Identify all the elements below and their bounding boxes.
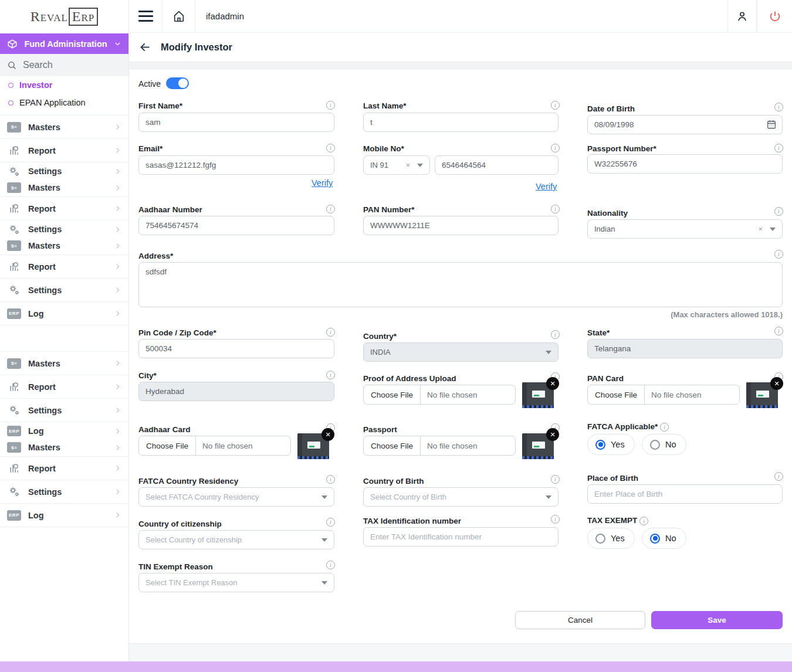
dropdown-arrow-icon (546, 351, 551, 354)
masters-icon: $= (7, 122, 21, 133)
remove-file-icon[interactable]: ✕ (546, 428, 559, 441)
tax-exempt-yes-radio[interactable]: Yes (587, 528, 635, 549)
radio-selected-icon (595, 440, 605, 450)
sidebar-search[interactable] (0, 54, 128, 76)
citizenship-select[interactable]: Select Country of citizenship (138, 530, 334, 549)
tax-exempt-label: TAX EXEMPT i (587, 516, 648, 525)
passport-file-input[interactable]: Choose File No file chosen (363, 436, 516, 456)
last-name-input[interactable] (363, 113, 559, 132)
nationality-select[interactable]: Indian × (587, 219, 783, 239)
report-icon (7, 381, 21, 392)
sidebar-item-report[interactable]: Report (0, 255, 128, 279)
aadhaar-number-input[interactable] (138, 216, 334, 235)
clear-icon[interactable]: × (405, 161, 410, 169)
radio-unselected-icon (595, 534, 605, 544)
first-name-input[interactable] (138, 113, 334, 132)
active-label: Active (138, 79, 161, 89)
email-input[interactable] (138, 155, 334, 175)
footer-strip (129, 643, 792, 661)
module-selector[interactable]: Fund Administration (0, 33, 128, 54)
last-name-label: Last Name* (363, 101, 407, 110)
sidebar-item-masters[interactable]: $= Masters (0, 238, 128, 253)
fatca-yes-radio[interactable]: Yes (587, 434, 635, 455)
address-max-chars-hint: (Max characters allowed 1018.) (671, 310, 783, 319)
mobile-country-select[interactable]: IN 91 × (363, 155, 430, 175)
sidebar-item-investor[interactable]: Investor (0, 76, 128, 94)
sidebar-item-log[interactable]: ERP Log (0, 302, 128, 325)
sidebar-item-settings[interactable]: Settings (0, 480, 128, 504)
pincode-input[interactable] (138, 339, 334, 358)
save-button[interactable]: Save (651, 611, 783, 629)
country-select[interactable]: INDIA (363, 342, 559, 362)
menu-toggle-button[interactable] (129, 0, 163, 32)
country-label: Country* (363, 332, 397, 341)
aadhaar-card-thumbnail[interactable]: ✕ (297, 433, 329, 459)
country-of-birth-select[interactable]: Select Country of Birth (363, 487, 559, 507)
report-icon (7, 463, 21, 474)
email-verify-link[interactable]: Verify (312, 178, 333, 188)
profile-button[interactable] (727, 0, 757, 32)
fatca-country-select[interactable]: Select FATCA Country Residency (138, 487, 334, 507)
pan-number-input[interactable] (363, 216, 559, 235)
module-name: Fund Administration (23, 39, 108, 49)
sidebar-item-masters[interactable]: $= Masters (0, 180, 128, 195)
sidebar-item-epan-application[interactable]: EPAN Application (0, 94, 128, 111)
proof-of-address-thumbnail[interactable]: ✕ (522, 382, 554, 408)
tax-id-input[interactable] (363, 527, 559, 547)
pan-card-thumbnail[interactable]: ✕ (746, 382, 778, 408)
sidebar-item-log[interactable]: ERP Log (0, 504, 128, 527)
mobile-number-input[interactable] (435, 155, 559, 175)
sidebar-item-report[interactable]: Report (0, 375, 128, 399)
sidebar-item-settings[interactable]: Settings (0, 222, 128, 237)
sidebar-item-settings[interactable]: Settings (0, 399, 128, 422)
back-button[interactable] (139, 41, 151, 53)
mobile-verify-link[interactable]: Verify (536, 182, 557, 191)
sidebar-item-masters[interactable]: $= Masters (0, 440, 128, 455)
page-title: Modify Investor (161, 42, 232, 53)
cancel-button[interactable]: Cancel (515, 611, 645, 629)
sidebar-item-report[interactable]: Report (0, 457, 128, 480)
dob-input[interactable] (587, 115, 783, 134)
sidebar-item-report[interactable]: Report (0, 139, 128, 162)
place-of-birth-input[interactable] (587, 484, 783, 504)
sidebar-menu-group-2: $= Masters Report Settings ERP Log (0, 351, 128, 527)
state-label: State* (587, 328, 610, 337)
proof-of-address-file-input[interactable]: Choose File No file chosen (363, 385, 516, 405)
sidebar-item-masters[interactable]: $= Masters (0, 352, 128, 375)
passport-thumbnail[interactable]: ✕ (522, 433, 554, 459)
chevron-right-icon (114, 286, 121, 294)
sidebar-item-settings[interactable]: Settings (0, 279, 128, 302)
address-textarea[interactable]: sdfsdf (138, 262, 783, 307)
tin-exempt-reason-select[interactable]: Select TIN Exempt Reason (138, 573, 334, 592)
aadhaar-card-file-input[interactable]: Choose File No file chosen (138, 436, 291, 456)
sidebar-item-masters[interactable]: $= Masters (0, 116, 128, 139)
info-icon: i (326, 371, 335, 379)
calendar-icon[interactable] (766, 119, 777, 132)
remove-file-icon[interactable]: ✕ (770, 377, 783, 390)
masters-icon: $= (7, 182, 21, 193)
sidebar-item-settings[interactable]: Settings (0, 164, 128, 179)
remove-file-icon[interactable]: ✕ (546, 377, 559, 390)
clear-icon[interactable]: × (758, 225, 763, 233)
remove-file-icon[interactable]: ✕ (321, 428, 334, 441)
search-input[interactable] (23, 60, 111, 70)
info-icon: i (551, 144, 560, 152)
info-icon: i (551, 330, 560, 339)
state-input (587, 339, 783, 358)
pan-card-file-input[interactable]: Choose File No file chosen (587, 385, 740, 405)
fatca-no-radio[interactable]: No (642, 434, 686, 455)
info-icon: i (774, 207, 783, 216)
info-icon: i (551, 205, 560, 213)
home-button[interactable] (163, 0, 195, 32)
pan-number-label: PAN Number* (363, 205, 415, 214)
passport-upload-label: Passport (363, 425, 397, 434)
sidebar-item-log[interactable]: ERP Log (0, 423, 128, 439)
radio-unselected-icon (650, 440, 660, 450)
sidebar-item-report[interactable]: Report (0, 197, 128, 220)
tax-exempt-no-radio[interactable]: No (642, 528, 686, 549)
logout-button[interactable] (757, 0, 792, 32)
tin-exempt-reason-label: TIN Exempt Reason (138, 562, 213, 571)
chevron-right-icon (114, 406, 121, 414)
passport-number-input[interactable] (587, 154, 783, 174)
active-toggle[interactable] (166, 77, 189, 89)
